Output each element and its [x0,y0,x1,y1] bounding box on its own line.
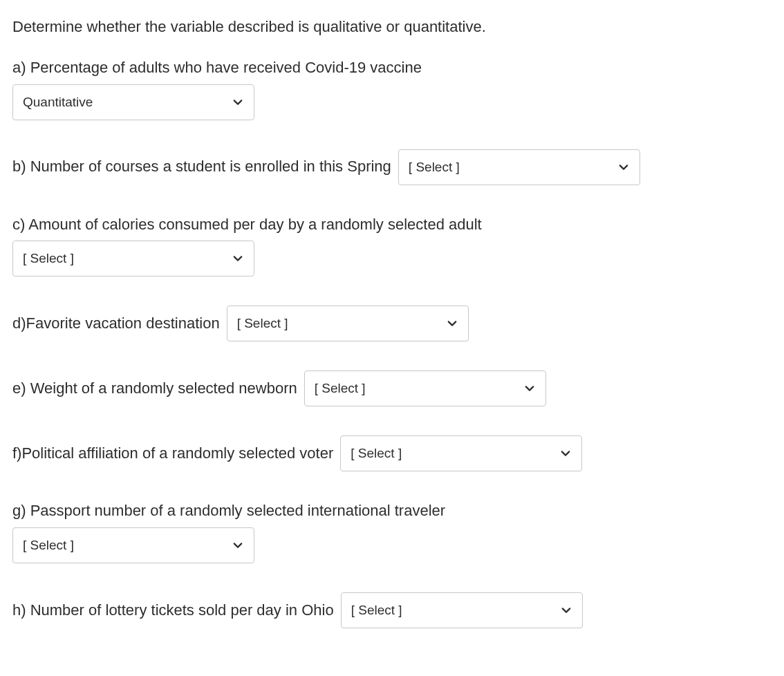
question-text-c: c) Amount of calories consumed per day b… [12,214,772,236]
chevron-down-icon [233,97,243,107]
question-item-a: a) Percentage of adults who have receive… [12,57,772,120]
select-value-e: [ Select ] [315,381,366,396]
chevron-down-icon [561,449,570,458]
select-value-a: Quantitative [23,95,93,110]
question-item-b: b) Number of courses a student is enroll… [12,149,772,185]
select-value-b: [ Select ] [409,160,460,175]
question-item-f: f)Political affiliation of a randomly se… [12,435,772,471]
question-item-h: h) Number of lottery tickets sold per da… [12,592,772,628]
question-item-e: e) Weight of a randomly selected newborn… [12,370,772,406]
select-d[interactable]: [ Select ] [227,306,469,341]
question-text-f: f)Political affiliation of a randomly se… [12,443,333,464]
select-a[interactable]: Quantitative [12,84,254,120]
question-prompt: Determine whether the variable described… [12,17,772,38]
select-value-g: [ Select ] [23,538,74,553]
select-h[interactable]: [ Select ] [341,592,583,628]
select-value-c: [ Select ] [23,251,74,266]
chevron-down-icon [619,162,628,172]
chevron-down-icon [447,319,457,328]
chevron-down-icon [525,384,534,393]
chevron-down-icon [561,605,571,615]
select-value-h: [ Select ] [351,603,402,618]
select-e[interactable]: [ Select ] [304,370,546,406]
select-value-f: [ Select ] [351,446,402,461]
question-text-g: g) Passport number of a randomly selecte… [12,500,772,522]
select-value-d: [ Select ] [237,316,288,331]
select-c[interactable]: [ Select ] [12,241,254,276]
chevron-down-icon [233,254,243,263]
question-text-b: b) Number of courses a student is enroll… [12,156,391,178]
question-container: Determine whether the variable described… [12,17,772,628]
question-text-h: h) Number of lottery tickets sold per da… [12,600,334,621]
question-text-e: e) Weight of a randomly selected newborn [12,378,297,400]
select-g[interactable]: [ Select ] [12,527,254,563]
question-item-d: d)Favorite vacation destination [ Select… [12,306,772,341]
question-text-a: a) Percentage of adults who have receive… [12,57,772,79]
select-b[interactable]: [ Select ] [398,149,640,185]
question-item-c: c) Amount of calories consumed per day b… [12,214,772,277]
chevron-down-icon [233,541,243,550]
question-item-g: g) Passport number of a randomly selecte… [12,500,772,563]
select-f[interactable]: [ Select ] [340,435,582,471]
question-text-d: d)Favorite vacation destination [12,313,220,335]
